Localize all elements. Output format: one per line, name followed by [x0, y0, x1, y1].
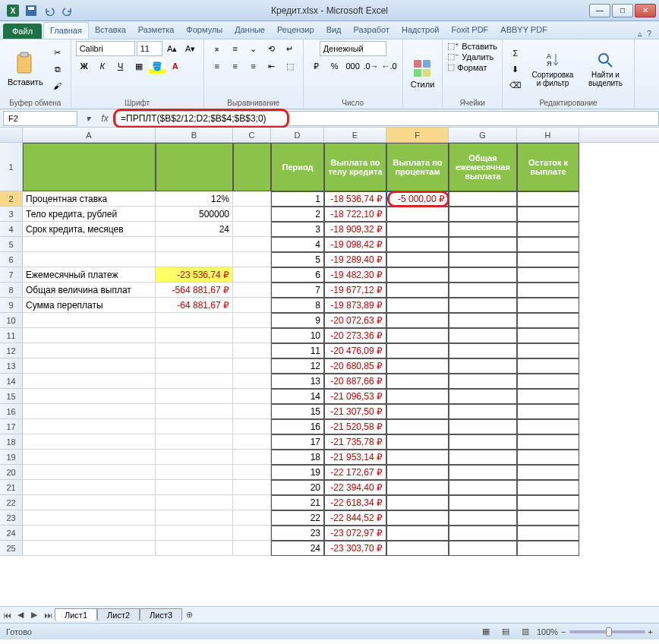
row-header[interactable]: 16	[0, 404, 23, 419]
cell-B4[interactable]: 24	[156, 222, 233, 237]
row-header[interactable]: 13	[0, 358, 23, 374]
cell-A13[interactable]	[23, 358, 156, 374]
header-E[interactable]: Выплата по телу кредита	[324, 143, 386, 191]
cell-F16[interactable]	[386, 404, 449, 419]
cell-C20[interactable]	[233, 465, 271, 480]
cell-B17[interactable]	[156, 419, 233, 434]
col-header-D[interactable]: D	[271, 128, 324, 142]
row-header[interactable]: 1	[0, 143, 23, 191]
copy-icon[interactable]: ⧉	[49, 62, 66, 77]
cell-C16[interactable]	[233, 404, 271, 419]
cell-B5[interactable]	[156, 237, 233, 252]
cell-D15[interactable]: 14	[271, 389, 324, 404]
zoom-thumb[interactable]	[606, 627, 612, 636]
cell-A4[interactable]: Срок кредита, месяцев	[23, 222, 156, 237]
cell-B14[interactable]	[156, 374, 233, 389]
cell-E7[interactable]: -19 482,30 ₽	[324, 267, 386, 283]
cell-F21[interactable]	[386, 480, 449, 495]
cell-B25[interactable]	[156, 541, 233, 556]
help-icon[interactable]: ?	[647, 29, 651, 39]
cell-A3[interactable]: Тело кредита, рублей	[23, 207, 156, 222]
cell-F18[interactable]	[386, 434, 449, 450]
close-button[interactable]: ✕	[635, 4, 656, 17]
cell-F6[interactable]	[386, 252, 449, 267]
cell-H7[interactable]	[517, 267, 579, 283]
cell-F8[interactable]	[386, 283, 449, 298]
view-normal-icon[interactable]: ▦	[478, 624, 494, 639]
name-box[interactable]: F2	[3, 111, 77, 126]
cell-E17[interactable]: -21 520,58 ₽	[324, 419, 386, 434]
cell-E24[interactable]: -23 072,97 ₽	[324, 526, 386, 541]
cell-E11[interactable]: -20 273,36 ₽	[324, 328, 386, 343]
format-cells-button[interactable]: ⬚Формат	[447, 62, 487, 72]
cell-D8[interactable]: 7	[271, 283, 324, 298]
tab-рецензир[interactable]: Рецензир	[271, 22, 320, 39]
cell-B21[interactable]	[156, 480, 233, 495]
dec-decimal-icon[interactable]: ←.0	[381, 58, 398, 74]
save-icon[interactable]	[23, 2, 39, 19]
cell-C12[interactable]	[233, 343, 271, 358]
sheet-nav-first-icon[interactable]: ⏮	[0, 608, 14, 622]
cell-H2[interactable]	[517, 191, 579, 207]
paste-button[interactable]: Вставить	[5, 50, 46, 88]
cell-D10[interactable]: 9	[271, 313, 324, 328]
cell-B15[interactable]	[156, 389, 233, 404]
cell-F14[interactable]	[386, 374, 449, 389]
cell-G20[interactable]	[449, 465, 517, 480]
cell-A25[interactable]	[23, 541, 156, 556]
orientation-icon[interactable]: ⟲	[263, 41, 280, 56]
align-top-icon[interactable]: ⌅	[209, 41, 225, 56]
cell-C4[interactable]	[233, 222, 271, 237]
cell-D5[interactable]: 4	[271, 237, 324, 252]
cell-E15[interactable]: -21 096,53 ₽	[324, 389, 386, 404]
tab-abbyy pdf[interactable]: ABBYY PDF	[494, 22, 553, 39]
zoom-in-button[interactable]: +	[648, 627, 653, 636]
cell-C15[interactable]	[233, 389, 271, 404]
cell-B24[interactable]	[156, 526, 233, 541]
cell-F19[interactable]	[386, 450, 449, 465]
minimize-button[interactable]: —	[589, 4, 610, 17]
cell-E5[interactable]: -19 098,42 ₽	[324, 237, 386, 252]
tab-данные[interactable]: Данные	[229, 22, 271, 39]
view-pagebreak-icon[interactable]: ▥	[517, 624, 534, 639]
align-middle-icon[interactable]: ≡	[227, 41, 244, 56]
col-header-F[interactable]: F	[386, 128, 449, 142]
cell-H16[interactable]	[517, 404, 579, 419]
cell-D3[interactable]: 2	[271, 207, 324, 222]
row-header[interactable]: 22	[0, 495, 23, 510]
tab-вставка[interactable]: Вставка	[89, 22, 132, 39]
bold-button[interactable]: Ж	[76, 58, 93, 74]
zoom-out-button[interactable]: −	[561, 627, 566, 636]
cell-C13[interactable]	[233, 358, 271, 374]
cell-B13[interactable]	[156, 358, 233, 374]
cell-F22[interactable]	[386, 495, 449, 510]
row-header[interactable]: 5	[0, 237, 23, 252]
cell-D21[interactable]: 20	[271, 480, 324, 495]
align-right-icon[interactable]: ≡	[245, 58, 262, 74]
cell-G9[interactable]	[449, 298, 517, 313]
cell-A23[interactable]	[23, 510, 156, 526]
insert-cells-button[interactable]: ⬚⁺Вставить	[447, 41, 497, 51]
cell-E13[interactable]: -20 680,85 ₽	[324, 358, 386, 374]
cell-H19[interactable]	[517, 450, 579, 465]
cell-E12[interactable]: -20 476,09 ₽	[324, 343, 386, 358]
cell-H20[interactable]	[517, 465, 579, 480]
header-D[interactable]: Период	[271, 143, 324, 191]
cell-H9[interactable]	[517, 298, 579, 313]
cell-H15[interactable]	[517, 389, 579, 404]
currency-icon[interactable]: ₽	[308, 58, 325, 74]
cell-H25[interactable]	[517, 541, 579, 556]
sheet-tab-Лист3[interactable]: Лист3	[140, 608, 182, 621]
underline-button[interactable]: Ч	[112, 58, 129, 74]
cell-F17[interactable]	[386, 419, 449, 434]
row-header[interactable]: 15	[0, 389, 23, 404]
excel-icon[interactable]: X	[5, 2, 21, 19]
find-select-button[interactable]: Найти и выделить	[582, 49, 629, 89]
styles-button[interactable]: Стили	[408, 57, 438, 90]
col-header-E[interactable]: E	[324, 128, 386, 142]
cell-E20[interactable]: -22 172,67 ₽	[324, 465, 386, 480]
new-sheet-icon[interactable]: ⊕	[182, 608, 196, 622]
cell-C23[interactable]	[233, 510, 271, 526]
cell-D11[interactable]: 10	[271, 328, 324, 343]
cell-A14[interactable]	[23, 374, 156, 389]
